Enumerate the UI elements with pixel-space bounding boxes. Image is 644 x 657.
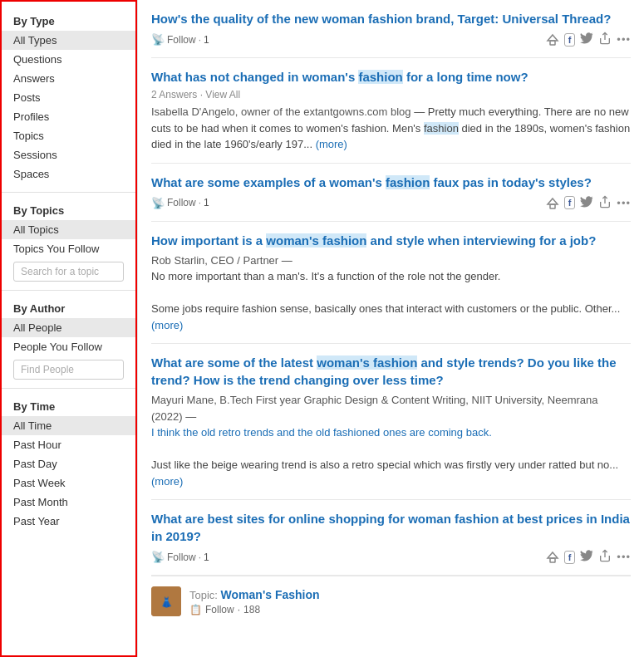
sidebar-item-past-week[interactable]: Past Week bbox=[2, 473, 135, 493]
follow-label[interactable]: Follow bbox=[167, 197, 196, 208]
sidebar: By Type All Types Questions Answers Post… bbox=[0, 0, 137, 657]
facebook-share-icon[interactable]: f bbox=[564, 33, 576, 47]
result-item: What are some examples of a woman's fash… bbox=[151, 164, 631, 222]
share-link-icon[interactable] bbox=[598, 195, 612, 211]
topic-follow-count: 188 bbox=[243, 604, 260, 615]
result-title[interactable]: What are best sites for online shopping … bbox=[151, 510, 631, 545]
action-row: 📡 Follow · 1 f ••• bbox=[151, 32, 631, 47]
read-more-link[interactable]: (more) bbox=[151, 319, 183, 331]
twitter-share-icon[interactable] bbox=[580, 550, 593, 564]
topic-label-row: Topic: Woman's Fashion bbox=[189, 588, 320, 601]
upvote-icon[interactable] bbox=[546, 32, 559, 47]
divider-1 bbox=[2, 192, 135, 193]
sidebar-item-topics[interactable]: Topics bbox=[2, 126, 135, 145]
result-author: Mayuri Mane, B.Tech First year Graphic D… bbox=[151, 394, 598, 423]
topic-info: Topic: Woman's Fashion 📋 Follow · 188 bbox=[189, 588, 320, 615]
sidebar-item-past-hour[interactable]: Past Hour bbox=[2, 435, 135, 454]
find-people-input[interactable] bbox=[13, 360, 124, 380]
sidebar-item-spaces[interactable]: Spaces bbox=[2, 164, 135, 184]
result-title[interactable]: How important is a woman's fashion and s… bbox=[151, 232, 631, 249]
follow-label[interactable]: Follow bbox=[167, 552, 196, 563]
share-link-icon[interactable] bbox=[598, 549, 612, 565]
svg-rect-1 bbox=[550, 204, 555, 208]
upvote-icon[interactable] bbox=[546, 195, 559, 209]
result-item: What are best sites for online shopping … bbox=[151, 500, 631, 576]
sidebar-item-posts[interactable]: Posts bbox=[2, 88, 135, 107]
follow-button[interactable]: 📡 Follow · 1 bbox=[151, 33, 209, 46]
main-content: How's the quality of the new woman fashi… bbox=[137, 0, 644, 657]
more-options-icon[interactable]: ••• bbox=[617, 197, 631, 209]
result-item: What are some of the latest woman's fash… bbox=[151, 344, 631, 500]
divider-2 bbox=[2, 290, 135, 291]
svg-text:👗: 👗 bbox=[160, 596, 173, 608]
by-type-section: By Type All Types Questions Answers Post… bbox=[2, 10, 135, 184]
more-options-icon[interactable]: ••• bbox=[617, 33, 631, 46]
result-title[interactable]: What are some of the latest woman's fash… bbox=[151, 354, 631, 389]
result-author: Isabella D'Angelo, owner of the extantgo… bbox=[151, 105, 411, 118]
sidebar-item-past-month[interactable]: Past Month bbox=[2, 493, 135, 512]
result-author: Rob Starlin, CEO / Partner bbox=[151, 254, 278, 267]
sidebar-item-all-topics[interactable]: All Topics bbox=[2, 220, 135, 239]
twitter-share-icon[interactable] bbox=[580, 196, 593, 210]
topic-follow-button[interactable]: Follow bbox=[205, 604, 234, 615]
topic-follow-icon: 📋 bbox=[189, 604, 202, 615]
follow-count: 1 bbox=[204, 34, 209, 46]
by-topics-section: By Topics All Topics Topics You Follow bbox=[2, 199, 135, 282]
by-time-section: By Time All Time Past Hour Past Day Past… bbox=[2, 395, 135, 531]
result-title[interactable]: How's the quality of the new woman fashi… bbox=[151, 10, 631, 27]
follow-button[interactable]: 📡 Follow · 1 bbox=[151, 551, 209, 563]
topic-label-text: Topic: bbox=[189, 589, 221, 601]
share-link-icon[interactable] bbox=[598, 32, 612, 47]
result-item: How's the quality of the new woman fashi… bbox=[151, 0, 631, 58]
sidebar-item-past-year[interactable]: Past Year bbox=[2, 512, 135, 531]
action-row: 📡 Follow · 1 f ••• bbox=[151, 195, 631, 211]
by-author-title: By Author bbox=[2, 297, 135, 318]
sidebar-item-answers[interactable]: Answers bbox=[2, 69, 135, 88]
sidebar-item-questions[interactable]: Questions bbox=[2, 50, 135, 69]
by-type-title: By Type bbox=[2, 10, 135, 31]
result-item: How important is a woman's fashion and s… bbox=[151, 222, 631, 345]
read-more-link[interactable]: (more) bbox=[316, 138, 347, 150]
follow-button[interactable]: 📡 Follow · 1 bbox=[151, 197, 209, 209]
follow-icon: 📡 bbox=[151, 551, 165, 563]
topic-name-link[interactable]: Woman's Fashion bbox=[221, 588, 320, 601]
sidebar-item-all-time[interactable]: All Time bbox=[2, 416, 135, 435]
result-item: What has not changed in woman's fashion … bbox=[151, 58, 631, 164]
by-author-section: By Author All People People You Follow bbox=[2, 297, 135, 380]
sidebar-item-sessions[interactable]: Sessions bbox=[2, 145, 135, 164]
facebook-share-icon[interactable]: f bbox=[564, 196, 576, 209]
action-row: 📡 Follow · 1 f ••• bbox=[151, 549, 631, 565]
sidebar-item-profiles[interactable]: Profiles bbox=[2, 107, 135, 126]
follow-count: 1 bbox=[204, 552, 209, 563]
by-topics-title: By Topics bbox=[2, 199, 135, 220]
svg-rect-0 bbox=[550, 41, 555, 45]
upvote-icon[interactable] bbox=[546, 550, 559, 564]
sidebar-item-past-day[interactable]: Past Day bbox=[2, 454, 135, 473]
divider-3 bbox=[2, 388, 135, 389]
result-snippet: Isabella D'Angelo, owner of the extantgo… bbox=[151, 104, 631, 153]
follow-count: 1 bbox=[204, 197, 209, 208]
topic-avatar: 👗 bbox=[151, 586, 181, 616]
more-options-icon[interactable]: ••• bbox=[617, 551, 631, 563]
result-snippet: Rob Starlin, CEO / Partner — No more imp… bbox=[151, 253, 631, 334]
sidebar-item-topics-follow[interactable]: Topics You Follow bbox=[2, 239, 135, 258]
topic-item: 👗 Topic: Woman's Fashion 📋 Follow · 188 bbox=[151, 576, 631, 626]
sidebar-item-people-follow[interactable]: People You Follow bbox=[2, 337, 135, 356]
result-snippet: Mayuri Mane, B.Tech First year Graphic D… bbox=[151, 392, 631, 489]
result-title[interactable]: What are some examples of a woman's fash… bbox=[151, 174, 631, 191]
result-meta: 2 Answers · View All bbox=[151, 89, 631, 101]
search-topic-input[interactable] bbox=[13, 262, 124, 282]
svg-rect-2 bbox=[550, 558, 555, 562]
by-time-title: By Time bbox=[2, 395, 135, 416]
sidebar-item-all-people[interactable]: All People bbox=[2, 318, 135, 337]
follow-icon: 📡 bbox=[151, 197, 165, 209]
follow-label[interactable]: Follow bbox=[167, 34, 196, 46]
twitter-share-icon[interactable] bbox=[580, 32, 593, 47]
topic-follow-row: 📋 Follow · 188 bbox=[189, 604, 320, 615]
facebook-share-icon[interactable]: f bbox=[564, 551, 576, 564]
follow-icon: 📡 bbox=[151, 33, 165, 46]
result-title[interactable]: What has not changed in woman's fashion … bbox=[151, 68, 631, 86]
sidebar-item-all-types[interactable]: All Types bbox=[2, 31, 135, 50]
read-more-link[interactable]: (more) bbox=[151, 475, 183, 488]
